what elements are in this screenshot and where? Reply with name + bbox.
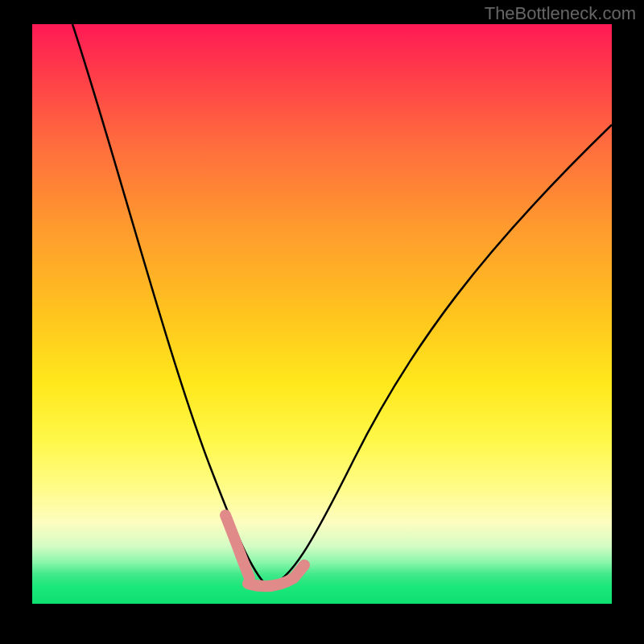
watermark-text: TheBottleneck.com: [485, 3, 636, 24]
chart-svg: [32, 24, 612, 604]
marker-bottom-segment: [248, 565, 304, 586]
marker-left-segment: [225, 515, 250, 578]
curve-left: [72, 24, 267, 586]
curve-right: [267, 125, 612, 586]
plot-area: [32, 24, 612, 604]
